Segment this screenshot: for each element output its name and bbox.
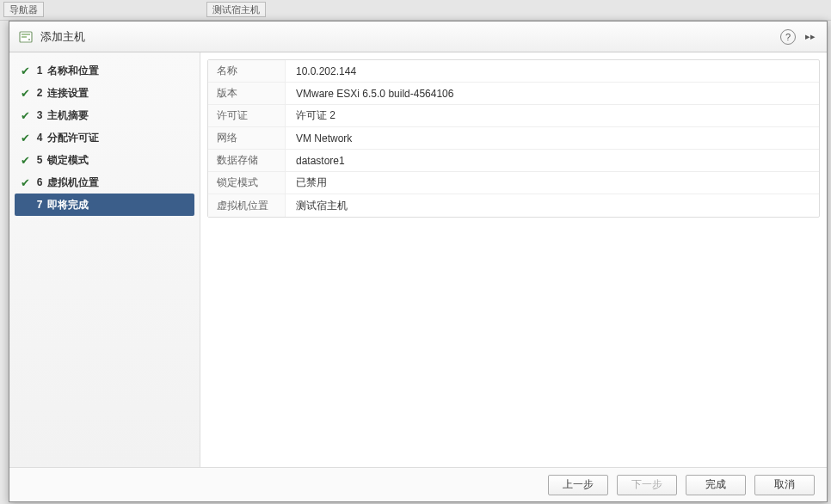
step-number: 7 (32, 199, 47, 211)
summary-row-license: 许可证 许可证 2 (208, 105, 819, 127)
check-icon: ✔ (18, 87, 32, 100)
summary-value: datastore1 (286, 155, 345, 167)
backdrop-tab: 测试宿主机 (206, 2, 266, 17)
summary-row-vmloc: 虚拟机位置 测试宿主机 (208, 194, 819, 217)
step-number: 4 (32, 132, 47, 144)
dialog-titlebar: 添加主机 ? ▸▸ (9, 22, 827, 52)
step-number: 3 (32, 109, 47, 121)
summary-value: 许可证 2 (286, 108, 335, 123)
summary-row-lockdown: 锁定模式 已禁用 (208, 172, 819, 194)
summary-key: 虚拟机位置 (208, 194, 286, 217)
check-icon: ✔ (18, 65, 32, 77)
summary-key: 许可证 (208, 105, 286, 126)
host-icon (18, 29, 34, 45)
step-connection[interactable]: ✔ 2 连接设置 (15, 82, 194, 104)
svg-point-3 (28, 39, 30, 40)
finish-button[interactable]: 完成 (686, 475, 746, 495)
step-number: 1 (32, 65, 47, 77)
cancel-button[interactable]: 取消 (754, 475, 815, 495)
summary-row-network: 网络 VM Network (208, 127, 819, 150)
summary-row-datastore: 数据存储 datastore1 (208, 150, 819, 172)
prev-button[interactable]: 上一步 (548, 475, 608, 495)
step-number: 6 (32, 176, 47, 188)
check-icon: ✔ (18, 109, 32, 122)
dialog-footer: 上一步 下一步 完成 取消 (9, 467, 827, 501)
step-lockdown[interactable]: ✔ 5 锁定模式 (15, 149, 194, 171)
next-button: 下一步 (617, 475, 677, 495)
summary-row-version: 版本 VMware ESXi 6.5.0 build-4564106 (208, 83, 819, 105)
expand-icon[interactable]: ▸▸ (803, 29, 818, 45)
step-label: 连接设置 (47, 86, 89, 101)
step-name-location[interactable]: ✔ 1 名称和位置 (15, 59, 194, 82)
step-label: 名称和位置 (47, 64, 99, 78)
help-icon[interactable]: ? (780, 29, 796, 45)
summary-key: 数据存储 (208, 150, 286, 171)
step-label: 分配许可证 (47, 131, 99, 145)
step-label: 即将完成 (47, 198, 89, 212)
step-vm-location[interactable]: ✔ 6 虚拟机位置 (15, 171, 194, 194)
svg-rect-1 (22, 34, 30, 35)
summary-key: 名称 (208, 60, 286, 82)
step-number: 5 (32, 154, 47, 166)
step-number: 2 (32, 87, 47, 99)
summary-content: 名称 10.0.202.144 版本 VMware ESXi 6.5.0 bui… (200, 52, 827, 467)
wizard-sidebar: ✔ 1 名称和位置 ✔ 2 连接设置 ✔ 3 主机摘要 ✔ 4 分配许可证 ✔ (9, 52, 200, 467)
check-icon: ✔ (18, 132, 32, 144)
dialog-body: ✔ 1 名称和位置 ✔ 2 连接设置 ✔ 3 主机摘要 ✔ 4 分配许可证 ✔ (9, 52, 827, 467)
step-label: 主机摘要 (47, 108, 89, 123)
step-label: 虚拟机位置 (47, 175, 99, 190)
summary-key: 锁定模式 (208, 172, 286, 194)
step-label: 锁定模式 (47, 153, 89, 168)
add-host-dialog: 添加主机 ? ▸▸ ✔ 1 名称和位置 ✔ 2 连接设置 ✔ 3 主机摘要 ✔ … (9, 21, 828, 502)
check-icon: ✔ (18, 154, 32, 167)
summary-value: 10.0.202.144 (286, 65, 356, 77)
step-host-summary[interactable]: ✔ 3 主机摘要 (15, 104, 194, 126)
summary-key: 版本 (208, 83, 286, 104)
summary-row-name: 名称 10.0.202.144 (208, 60, 819, 83)
summary-value: VMware ESXi 6.5.0 build-4564106 (286, 88, 453, 100)
summary-value: 已禁用 (286, 175, 327, 190)
svg-rect-2 (22, 36, 27, 38)
summary-table: 名称 10.0.202.144 版本 VMware ESXi 6.5.0 bui… (207, 59, 820, 218)
dialog-title: 添加主机 (40, 29, 773, 45)
step-license[interactable]: ✔ 4 分配许可证 (15, 126, 194, 149)
check-icon: ✔ (18, 176, 32, 189)
backdrop-tab: 导航器 (3, 2, 44, 17)
backdrop-toolbar: 导航器 测试宿主机 (0, 0, 831, 21)
summary-value: 测试宿主机 (286, 199, 348, 213)
step-ready-complete[interactable]: ✔ 7 即将完成 (15, 194, 194, 216)
summary-key: 网络 (208, 127, 286, 149)
summary-value: VM Network (286, 132, 352, 144)
